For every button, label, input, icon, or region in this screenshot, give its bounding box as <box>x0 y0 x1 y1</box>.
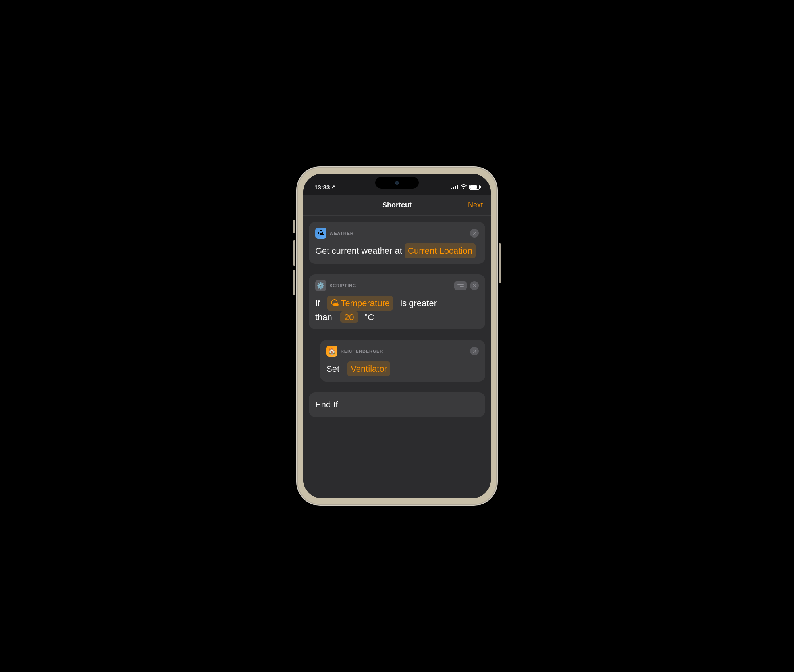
end-if-label: End If <box>315 400 338 409</box>
if-label: If <box>315 298 320 308</box>
than-label: than <box>315 312 332 322</box>
phone-screen: 13:33 ↗ <box>303 174 491 498</box>
connector-1 <box>309 265 485 274</box>
next-button[interactable]: Next <box>468 201 483 209</box>
home-icon: 🏠 <box>326 346 337 357</box>
indented-wrapper: 🏠 REICHENBERGER ✕ Set Ventilator <box>309 340 485 383</box>
scripting-icon: ⚙️ <box>315 280 326 291</box>
unit-text: °C <box>364 312 374 322</box>
scripting-card-controls: ✕ <box>454 281 479 290</box>
scripting-card-header-left: ⚙️ SCRIPTING <box>315 280 356 291</box>
nav-title: Shortcut <box>382 201 412 209</box>
home-card-close-button[interactable]: ✕ <box>470 347 479 355</box>
weather-icon: 🌤 <box>315 228 326 239</box>
status-bar-left: 13:33 ↗ <box>314 184 335 191</box>
weather-emoji: 🌤 <box>318 230 324 237</box>
home-card-body: Set Ventilator <box>326 361 479 376</box>
battery-fill <box>470 185 477 189</box>
scripting-card-close-button[interactable]: ✕ <box>470 281 479 290</box>
scripting-card-header: ⚙️ SCRIPTING ✕ <box>315 280 479 291</box>
value-token[interactable]: 20 <box>340 311 358 323</box>
temperature-label: Temperature <box>341 297 390 310</box>
toggle-lines <box>457 284 464 287</box>
volume-down-button <box>293 270 295 295</box>
main-content: 🌤 WEATHER ✕ Get current weather at Curre… <box>303 216 491 498</box>
connector-line-1 <box>397 266 397 273</box>
ventilator-token[interactable]: Ventilator <box>347 361 390 376</box>
time-display: 13:33 <box>314 184 330 191</box>
home-card: 🏠 REICHENBERGER ✕ Set Ventilator <box>320 340 485 382</box>
power-button <box>499 243 501 283</box>
scripting-card: ⚙️ SCRIPTING ✕ <box>309 274 485 329</box>
signal-bars <box>451 185 458 189</box>
dynamic-island <box>375 177 419 189</box>
scripting-card-label: SCRIPTING <box>330 283 356 288</box>
set-label: Set <box>326 364 339 374</box>
toggle-line-top <box>457 284 464 285</box>
status-bar: 13:33 ↗ <box>303 174 491 195</box>
connector-line-2 <box>397 332 397 338</box>
toggle-line-bottom <box>460 286 464 287</box>
scripting-card-body: If 🌤 Temperature is greater than 20 °C <box>315 296 479 324</box>
connector-2 <box>309 330 485 340</box>
wifi-icon <box>461 184 467 190</box>
navigation-bar: Shortcut Next <box>303 195 491 216</box>
signal-bar-3 <box>455 186 456 189</box>
battery-indicator <box>469 185 480 190</box>
dynamic-island-container <box>375 174 419 189</box>
weather-card-header: 🌤 WEATHER ✕ <box>315 228 479 239</box>
home-card-header-left: 🏠 REICHENBERGER <box>326 346 383 357</box>
home-emoji: 🏠 <box>328 348 336 355</box>
weather-card-header-left: 🌤 WEATHER <box>315 228 353 239</box>
is-greater-text: is greater <box>400 298 437 308</box>
signal-bar-2 <box>453 187 454 189</box>
signal-bar-4 <box>457 185 458 189</box>
status-bar-right <box>451 184 480 190</box>
phone-frame: 13:33 ↗ <box>298 168 496 504</box>
weather-card-label: WEATHER <box>330 231 353 236</box>
signal-bar-1 <box>451 188 452 189</box>
scripting-emoji: ⚙️ <box>317 282 325 290</box>
temperature-token[interactable]: 🌤 Temperature <box>327 296 393 311</box>
weather-body-prefix: Get current weather at <box>315 246 402 256</box>
end-if-card: End If <box>309 392 485 417</box>
connector-line-3 <box>397 384 397 391</box>
location-arrow-icon: ↗ <box>331 184 335 190</box>
scripting-toggle-button[interactable] <box>454 281 467 290</box>
weather-card-close-button[interactable]: ✕ <box>470 229 479 238</box>
weather-card: 🌤 WEATHER ✕ Get current weather at Curre… <box>309 222 485 264</box>
mute-button <box>293 220 295 233</box>
volume-up-button <box>293 240 295 266</box>
camera-dot <box>395 181 399 185</box>
current-location-token[interactable]: Current Location <box>405 243 476 258</box>
connector-3 <box>309 383 485 392</box>
weather-card-body: Get current weather at Current Location <box>315 243 479 258</box>
home-card-label: REICHENBERGER <box>341 349 383 353</box>
weather-icon-inline: 🌤 <box>330 297 339 310</box>
home-card-header: 🏠 REICHENBERGER ✕ <box>326 346 479 357</box>
